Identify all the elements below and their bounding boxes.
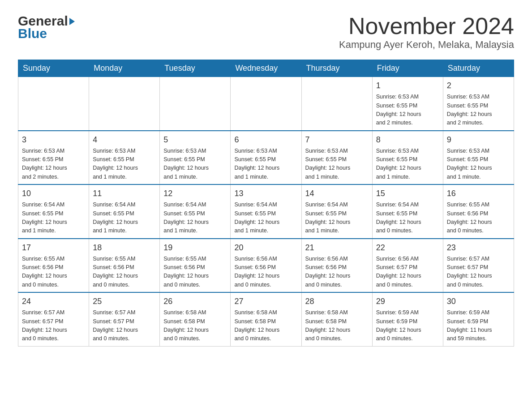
day-info: Sunrise: 6:58 AMSunset: 6:58 PMDaylight:… — [305, 308, 369, 343]
calendar-week-row: 17Sunrise: 6:55 AMSunset: 6:56 PMDayligh… — [18, 239, 514, 293]
day-number: 16 — [447, 188, 510, 200]
title-section: November 2024 Kampung Ayer Keroh, Melaka… — [339, 13, 514, 51]
day-number: 20 — [234, 242, 297, 254]
calendar-cell: 24Sunrise: 6:57 AMSunset: 6:57 PMDayligh… — [18, 292, 89, 346]
day-number: 24 — [22, 295, 85, 308]
day-info: Sunrise: 6:56 AMSunset: 6:56 PMDaylight:… — [234, 255, 297, 290]
logo: General Blue — [18, 13, 75, 41]
calendar-cell: 11Sunrise: 6:54 AMSunset: 6:55 PMDayligh… — [89, 184, 160, 239]
calendar-cell: 26Sunrise: 6:58 AMSunset: 6:58 PMDayligh… — [160, 292, 231, 346]
day-info: Sunrise: 6:58 AMSunset: 6:58 PMDaylight:… — [234, 308, 297, 343]
day-number: 2 — [447, 80, 510, 92]
calendar-cell — [18, 77, 89, 131]
day-number: 1 — [376, 80, 439, 92]
location-title: Kampung Ayer Keroh, Melaka, Malaysia — [339, 39, 514, 51]
day-number: 7 — [305, 134, 369, 146]
day-number: 19 — [163, 242, 227, 254]
calendar-cell: 13Sunrise: 6:54 AMSunset: 6:55 PMDayligh… — [231, 184, 301, 239]
day-info: Sunrise: 6:53 AMSunset: 6:55 PMDaylight:… — [376, 147, 439, 182]
weekday-header-sunday: Sunday — [18, 60, 89, 77]
day-number: 18 — [93, 242, 156, 254]
calendar-cell: 22Sunrise: 6:56 AMSunset: 6:57 PMDayligh… — [372, 239, 443, 293]
calendar-table: SundayMondayTuesdayWednesdayThursdayFrid… — [18, 60, 514, 347]
calendar-cell: 12Sunrise: 6:54 AMSunset: 6:55 PMDayligh… — [160, 184, 231, 239]
calendar-cell: 9Sunrise: 6:53 AMSunset: 6:55 PMDaylight… — [443, 131, 514, 185]
calendar-cell: 17Sunrise: 6:55 AMSunset: 6:56 PMDayligh… — [18, 239, 89, 293]
day-number: 23 — [447, 242, 510, 254]
calendar-cell: 30Sunrise: 6:59 AMSunset: 6:59 PMDayligh… — [443, 292, 514, 346]
calendar-cell: 2Sunrise: 6:53 AMSunset: 6:55 PMDaylight… — [443, 77, 514, 131]
day-info: Sunrise: 6:55 AMSunset: 6:56 PMDaylight:… — [163, 255, 227, 290]
calendar-cell: 18Sunrise: 6:55 AMSunset: 6:56 PMDayligh… — [89, 239, 160, 293]
day-info: Sunrise: 6:54 AMSunset: 6:55 PMDaylight:… — [22, 201, 85, 235]
day-info: Sunrise: 6:53 AMSunset: 6:55 PMDaylight:… — [447, 93, 510, 128]
day-number: 15 — [376, 188, 439, 200]
month-title: November 2024 — [339, 13, 514, 39]
calendar-cell: 4Sunrise: 6:53 AMSunset: 6:55 PMDaylight… — [89, 131, 160, 185]
day-info: Sunrise: 6:57 AMSunset: 6:57 PMDaylight:… — [93, 308, 156, 343]
day-info: Sunrise: 6:59 AMSunset: 6:59 PMDaylight:… — [447, 308, 510, 343]
calendar-cell: 25Sunrise: 6:57 AMSunset: 6:57 PMDayligh… — [89, 292, 160, 346]
day-info: Sunrise: 6:55 AMSunset: 6:56 PMDaylight:… — [93, 255, 156, 290]
calendar-week-row: 1Sunrise: 6:53 AMSunset: 6:55 PMDaylight… — [18, 77, 514, 131]
calendar-header-row: SundayMondayTuesdayWednesdayThursdayFrid… — [18, 60, 514, 77]
calendar-week-row: 10Sunrise: 6:54 AMSunset: 6:55 PMDayligh… — [18, 184, 514, 239]
day-number: 5 — [163, 134, 227, 146]
day-number: 12 — [163, 188, 227, 200]
day-number: 26 — [163, 295, 227, 308]
logo-blue-text: Blue — [18, 26, 75, 41]
day-info: Sunrise: 6:53 AMSunset: 6:55 PMDaylight:… — [93, 147, 156, 182]
day-number: 13 — [234, 188, 297, 200]
page-header: General Blue November 2024 Kampung Ayer … — [18, 13, 514, 51]
day-info: Sunrise: 6:53 AMSunset: 6:55 PMDaylight:… — [447, 147, 510, 182]
logo-arrow-icon — [69, 18, 75, 25]
day-number: 17 — [22, 242, 85, 254]
calendar-cell: 21Sunrise: 6:56 AMSunset: 6:56 PMDayligh… — [301, 239, 372, 293]
day-number: 8 — [376, 134, 439, 146]
day-info: Sunrise: 6:56 AMSunset: 6:57 PMDaylight:… — [376, 255, 439, 290]
calendar-cell: 28Sunrise: 6:58 AMSunset: 6:58 PMDayligh… — [301, 292, 372, 346]
day-number: 27 — [234, 295, 297, 308]
calendar-cell: 8Sunrise: 6:53 AMSunset: 6:55 PMDaylight… — [372, 131, 443, 185]
calendar-cell: 6Sunrise: 6:53 AMSunset: 6:55 PMDaylight… — [231, 131, 301, 185]
day-number: 11 — [93, 188, 156, 200]
day-info: Sunrise: 6:53 AMSunset: 6:55 PMDaylight:… — [376, 93, 439, 128]
day-info: Sunrise: 6:54 AMSunset: 6:55 PMDaylight:… — [305, 201, 369, 235]
day-info: Sunrise: 6:57 AMSunset: 6:57 PMDaylight:… — [447, 255, 510, 290]
calendar-cell: 10Sunrise: 6:54 AMSunset: 6:55 PMDayligh… — [18, 184, 89, 239]
day-number: 22 — [376, 242, 439, 254]
calendar-cell: 7Sunrise: 6:53 AMSunset: 6:55 PMDaylight… — [301, 131, 372, 185]
calendar-week-row: 24Sunrise: 6:57 AMSunset: 6:57 PMDayligh… — [18, 292, 514, 346]
calendar-cell: 23Sunrise: 6:57 AMSunset: 6:57 PMDayligh… — [443, 239, 514, 293]
day-number: 3 — [22, 134, 85, 146]
weekday-header-thursday: Thursday — [301, 60, 372, 77]
day-info: Sunrise: 6:57 AMSunset: 6:57 PMDaylight:… — [22, 308, 85, 343]
calendar-cell: 5Sunrise: 6:53 AMSunset: 6:55 PMDaylight… — [160, 131, 231, 185]
day-info: Sunrise: 6:54 AMSunset: 6:55 PMDaylight:… — [163, 201, 227, 235]
day-number: 29 — [376, 295, 439, 308]
weekday-header-monday: Monday — [89, 60, 160, 77]
day-info: Sunrise: 6:54 AMSunset: 6:55 PMDaylight:… — [376, 201, 439, 235]
calendar-cell: 20Sunrise: 6:56 AMSunset: 6:56 PMDayligh… — [231, 239, 301, 293]
calendar-cell: 27Sunrise: 6:58 AMSunset: 6:58 PMDayligh… — [231, 292, 301, 346]
day-number: 28 — [305, 295, 369, 308]
day-info: Sunrise: 6:53 AMSunset: 6:55 PMDaylight:… — [163, 147, 227, 182]
calendar-cell — [231, 77, 301, 131]
calendar-cell: 3Sunrise: 6:53 AMSunset: 6:55 PMDaylight… — [18, 131, 89, 185]
calendar-week-row: 3Sunrise: 6:53 AMSunset: 6:55 PMDaylight… — [18, 131, 514, 185]
calendar-cell: 19Sunrise: 6:55 AMSunset: 6:56 PMDayligh… — [160, 239, 231, 293]
day-info: Sunrise: 6:59 AMSunset: 6:59 PMDaylight:… — [376, 308, 439, 343]
weekday-header-friday: Friday — [372, 60, 443, 77]
calendar-cell: 16Sunrise: 6:55 AMSunset: 6:56 PMDayligh… — [443, 184, 514, 239]
day-info: Sunrise: 6:53 AMSunset: 6:55 PMDaylight:… — [234, 147, 297, 182]
calendar-cell — [160, 77, 231, 131]
weekday-header-tuesday: Tuesday — [160, 60, 231, 77]
day-info: Sunrise: 6:54 AMSunset: 6:55 PMDaylight:… — [93, 201, 156, 235]
day-info: Sunrise: 6:53 AMSunset: 6:55 PMDaylight:… — [305, 147, 369, 182]
weekday-header-saturday: Saturday — [443, 60, 514, 77]
day-number: 25 — [93, 295, 156, 308]
day-info: Sunrise: 6:55 AMSunset: 6:56 PMDaylight:… — [447, 201, 510, 235]
calendar-cell — [89, 77, 160, 131]
day-info: Sunrise: 6:56 AMSunset: 6:56 PMDaylight:… — [305, 255, 369, 290]
day-info: Sunrise: 6:55 AMSunset: 6:56 PMDaylight:… — [22, 255, 85, 290]
